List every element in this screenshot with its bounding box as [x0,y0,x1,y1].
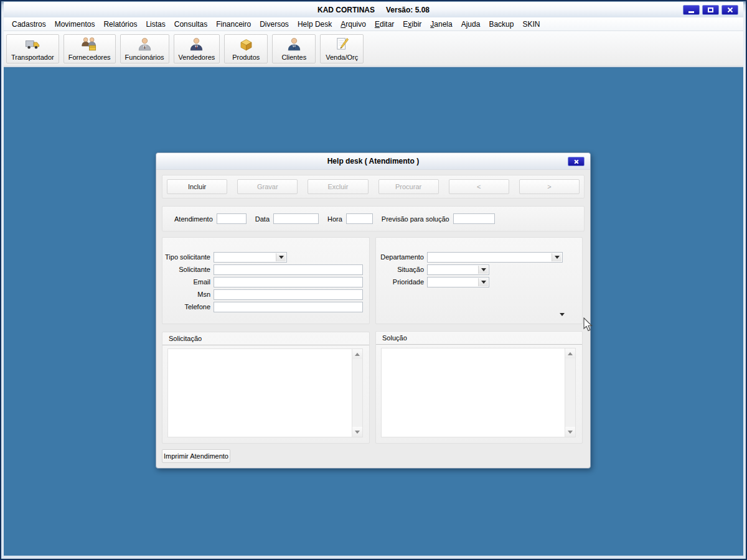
close-icon [574,159,579,164]
menu-bar: Cadastros Movimentos Relatórios Listas C… [4,17,743,31]
telefone-field[interactable] [214,302,363,312]
classification-panel: Departamento Situação Prioridade [375,237,583,324]
maximize-button[interactable] [702,5,719,15]
previsao-field[interactable] [453,213,495,224]
gravar-button[interactable]: Gravar [237,179,298,194]
menu-item-arquivo[interactable]: Arquivo [336,18,370,30]
menu-item-diversos[interactable]: Diversos [255,18,293,30]
dialog-close-button[interactable] [568,157,585,166]
toolbar-button-funcionarios[interactable]: Funcionários [120,34,169,63]
prioridade-combobox[interactable] [427,277,489,287]
arrow-down-icon [568,431,573,434]
dialog-button-panel: Incluir Gravar Excluir Procurar < > [162,175,585,198]
menu-item-exibir[interactable]: Exibir [398,18,426,30]
arrow-up-icon [568,352,573,355]
combo-dropdown-button[interactable] [276,253,286,261]
email-label: Email [162,278,214,286]
email-field[interactable] [214,277,363,287]
chevron-down-icon [279,256,284,259]
menu-item-help-desk[interactable]: Help Desk [293,18,336,30]
chevron-down-icon [481,281,486,284]
help-desk-dialog: Help desk ( Atendimento ) Incluir Gravar… [156,152,591,469]
suppliers-icon [81,36,98,53]
app-version: Versão: 5.08 [386,6,430,14]
menu-item-listas[interactable]: Listas [141,18,169,30]
tipo-solicitante-combobox[interactable] [214,252,287,263]
sale-pencil-icon [334,36,350,53]
arrow-down-icon [355,431,360,434]
menu-item-janela[interactable]: Janela [426,18,456,30]
telefone-label: Telefone [162,303,214,310]
truck-icon [24,36,41,53]
menu-item-financeiro[interactable]: Financeiro [212,18,255,30]
chevron-down-icon [481,268,486,271]
product-box-icon [238,36,255,53]
situacao-combobox[interactable] [427,264,489,275]
mouse-cursor [583,317,595,332]
msn-field[interactable] [214,289,363,300]
menu-item-ajuda[interactable]: Ajuda [457,18,485,30]
departamento-combobox[interactable] [427,252,563,263]
toolbar-button-fornecedores[interactable]: Fornecedores [63,34,116,63]
minimize-button[interactable] [683,5,700,15]
toolbar-button-clientes[interactable]: Clientes [272,34,316,63]
excluir-button[interactable]: Excluir [308,179,368,194]
menu-item-relatorios[interactable]: Relatórios [99,18,141,30]
departamento-label: Departamento [376,253,427,261]
atendimento-field[interactable] [217,213,247,224]
minimize-icon [688,11,694,13]
close-button[interactable] [721,5,738,15]
title-bar[interactable]: KAD CORTINAS Versão: 5.08 [4,2,743,17]
solicitacao-textarea[interactable] [168,349,352,437]
previous-record-button[interactable]: < [449,179,509,194]
scroll-down-button[interactable] [565,427,575,437]
chevron-down-icon [555,256,560,259]
dialog-title: Help desk ( Atendimento ) [327,157,420,166]
main-toolbar: Transportador Fornecedores Funcionários [4,31,743,67]
solicitante-field[interactable] [214,264,363,275]
prioridade-label: Prioridade [376,278,427,286]
close-icon [727,7,733,13]
solucao-panel: Solução [375,331,583,444]
combo-dropdown-button[interactable] [552,253,561,261]
incluir-button[interactable]: Incluir [167,179,227,194]
toolbar-button-vendedores[interactable]: Vendedores [174,34,220,63]
solicitacao-panel: Solicitação [162,332,370,444]
atendimento-label: Atendimento [174,215,213,223]
toolbar-button-produtos[interactable]: Produtos [224,34,268,63]
menu-item-backup[interactable]: Backup [484,18,518,30]
menu-item-editar[interactable]: Editar [370,18,398,30]
combo-dropdown-button[interactable] [478,278,488,286]
imprimir-atendimento-button[interactable]: Imprimir Atendimento [162,449,230,463]
data-label: Data [255,215,270,223]
scroll-up-button[interactable] [565,348,575,358]
arrow-up-icon [355,353,360,356]
maximize-icon [708,7,713,12]
menu-item-movimentos[interactable]: Movimentos [50,18,100,30]
dialog-title-bar[interactable]: Help desk ( Atendimento ) [156,153,590,170]
hora-field[interactable] [346,213,373,224]
solucao-textarea[interactable] [382,348,565,437]
previsao-label: Previsão para solução [382,215,449,223]
toolbar-button-venda-orc[interactable]: Venda/Orç [320,34,364,63]
solucao-scrollbar[interactable] [565,348,575,437]
app-window: KAD CORTINAS Versão: 5.08 Cadastros Movi… [0,0,747,560]
next-record-button[interactable]: > [519,179,580,194]
menu-item-skin[interactable]: SKIN [518,18,544,30]
scroll-up-button[interactable] [352,349,362,359]
combo-dropdown-button[interactable] [478,266,488,274]
app-title: KAD CORTINAS [317,6,375,14]
hora-label: Hora [327,215,342,223]
menu-item-cadastros[interactable]: Cadastros [7,18,50,30]
solicitante-label: Solicitante [162,266,214,273]
salesperson-icon [188,36,205,53]
toolbar-button-transportador[interactable]: Transportador [6,34,59,63]
tipo-solicitante-label: Tipo solicitante [162,253,214,261]
scroll-down-button[interactable] [352,427,362,437]
menu-item-consultas[interactable]: Consultas [170,18,212,30]
procurar-button[interactable]: Procurar [378,179,439,194]
requester-panel: Tipo solicitante Solicitante Email Msn T… [162,237,370,324]
solicitacao-scrollbar[interactable] [352,349,362,437]
dropdown-arrow-icon[interactable] [560,313,565,316]
data-field[interactable] [273,213,319,224]
